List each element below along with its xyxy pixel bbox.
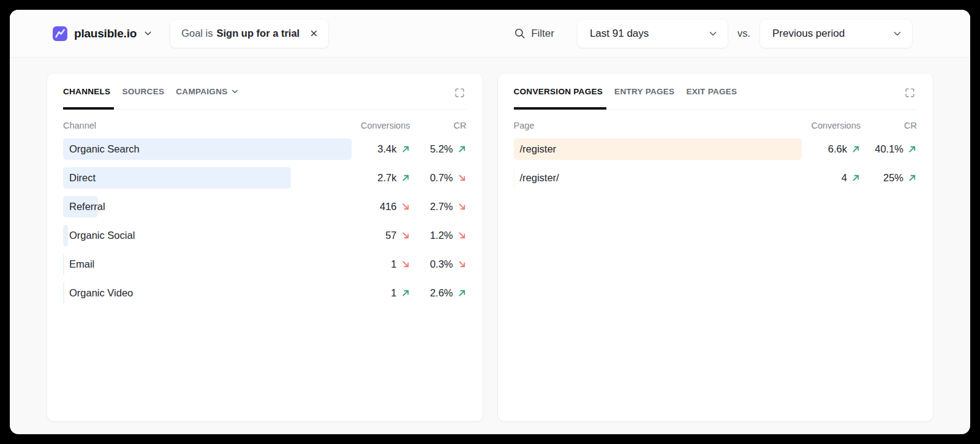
expand-button[interactable] [453, 86, 467, 100]
tab-sources[interactable]: SOURCES [122, 87, 164, 109]
row-label-cell: /register/ [514, 167, 802, 189]
table-row[interactable]: Organic Social571.2% [63, 225, 467, 246]
chevron-down-icon [707, 28, 718, 39]
conversions-cell: 4 [802, 172, 861, 184]
tab-label: CAMPAIGNS [176, 87, 227, 96]
conversions-value: 416 [380, 201, 397, 213]
trend-up-icon [401, 145, 410, 154]
cr-value: 1.2% [430, 230, 453, 241]
cr-value: 2.7% [430, 201, 453, 213]
tab-campaigns[interactable]: CAMPAIGNS [176, 87, 239, 109]
trend-down-icon [401, 260, 410, 269]
trend-down-icon [458, 173, 467, 182]
conversions-cell: 3.4k [352, 143, 410, 155]
close-icon[interactable] [309, 29, 318, 38]
conversions-value: 1 [391, 258, 396, 270]
row-label: Organic Video [63, 287, 133, 299]
dashboard-body: CHANNELSSOURCESCAMPAIGNS ChannelConversi… [10, 58, 970, 421]
app-window: plausible.io Goal is Sign up for a trial… [10, 10, 970, 434]
table-row[interactable]: Email10.3% [63, 254, 467, 275]
tab-channels[interactable]: CHANNELS [63, 87, 110, 109]
panel-header: CHANNELSSOURCESCAMPAIGNS [63, 87, 467, 110]
row-label-cell: Direct [63, 167, 352, 189]
conversions-value: 57 [385, 230, 396, 241]
vs-label: vs. [737, 28, 750, 39]
value-bar [63, 167, 291, 189]
trend-up-icon [458, 288, 467, 298]
table-row[interactable]: /register/425% [514, 167, 918, 189]
chevron-down-icon [143, 28, 153, 39]
column-header: CR [861, 121, 917, 130]
trend-up-icon [908, 145, 917, 154]
date-range-value: Last 91 days [590, 28, 649, 40]
tab-conversion-pages[interactable]: CONVERSION PAGES [514, 87, 603, 109]
trend-down-icon [401, 231, 410, 240]
table-body: Organic Search3.4k5.2%Direct2.7k0.7%Refe… [63, 138, 467, 304]
column-headers: PageConversionsCR [514, 121, 918, 130]
goal-filter-chip[interactable]: Goal is Sign up for a trial [170, 20, 328, 48]
expand-button[interactable] [903, 86, 917, 100]
conversions-value: 3.4k [377, 143, 396, 155]
conversions-cell: 1 [352, 258, 410, 270]
cr-cell: 0.7% [410, 172, 467, 184]
date-range-select[interactable]: Last 91 days [578, 20, 728, 48]
row-label-cell: Email [63, 254, 352, 275]
cr-value: 2.6% [430, 287, 453, 299]
row-label: Referral [63, 201, 105, 213]
row-label-cell: Organic Search [63, 138, 352, 160]
row-label-cell: Referral [63, 196, 352, 217]
site-picker[interactable]: plausible.io [52, 26, 153, 42]
topbar: plausible.io Goal is Sign up for a trial… [10, 10, 970, 58]
search-icon [514, 28, 526, 39]
comparison-value: Previous period [772, 28, 845, 40]
row-label: Direct [63, 172, 96, 184]
cr-value: 5.2% [430, 143, 453, 155]
conversions-cell: 6.6k [802, 143, 861, 155]
site-name: plausible.io [74, 27, 137, 40]
table-body: /register6.6k40.1%/register/425% [514, 138, 918, 189]
conversion-pages-panel: CONVERSION PAGESENTRY PAGESEXIT PAGES Pa… [498, 73, 933, 421]
row-label: /register/ [514, 172, 559, 184]
tab-entry-pages[interactable]: ENTRY PAGES [614, 87, 674, 109]
conversions-value: 1 [391, 287, 396, 299]
row-label: /register [514, 143, 557, 155]
table-row[interactable]: Organic Video12.6% [63, 282, 467, 304]
table-row[interactable]: Referral4162.7% [63, 196, 467, 217]
trend-down-icon [458, 231, 467, 240]
tab-label: SOURCES [122, 87, 164, 96]
tab-label: ENTRY PAGES [614, 87, 674, 96]
trend-up-icon [851, 145, 861, 154]
row-label: Organic Social [63, 230, 135, 241]
row-label: Email [63, 258, 94, 270]
table-row[interactable]: Direct2.7k0.7% [63, 167, 467, 189]
filter-button[interactable]: Filter [514, 28, 554, 40]
column-header: Page [514, 121, 802, 130]
cr-cell: 40.1% [861, 143, 917, 155]
table-row[interactable]: /register6.6k40.1% [514, 138, 918, 160]
trend-up-icon [401, 173, 410, 182]
cr-cell: 0.3% [410, 258, 467, 270]
conversions-cell: 416 [352, 201, 410, 213]
expand-icon [454, 87, 466, 99]
comparison-select[interactable]: Previous period [760, 20, 912, 48]
column-header: CR [410, 121, 467, 130]
trend-up-icon [908, 173, 917, 182]
tab-exit-pages[interactable]: EXIT PAGES [686, 87, 737, 109]
cr-value: 25% [883, 172, 903, 184]
expand-icon [904, 87, 916, 99]
column-headers: ChannelConversionsCR [63, 121, 467, 130]
channels-panel: CHANNELSSOURCESCAMPAIGNS ChannelConversi… [47, 73, 483, 421]
row-label-cell: Organic Video [63, 282, 352, 304]
plausible-logo [52, 26, 68, 42]
cr-cell: 2.7% [410, 201, 467, 213]
cr-value: 0.7% [430, 172, 453, 184]
conversions-cell: 57 [352, 230, 410, 241]
conversions-cell: 1 [352, 287, 410, 299]
trend-down-icon [401, 202, 410, 211]
value-bar [514, 138, 802, 160]
column-header: Conversions [352, 121, 410, 130]
cr-cell: 5.2% [410, 143, 467, 155]
cr-cell: 25% [861, 172, 917, 184]
table-row[interactable]: Organic Search3.4k5.2% [63, 138, 467, 160]
cr-value: 40.1% [875, 143, 903, 155]
